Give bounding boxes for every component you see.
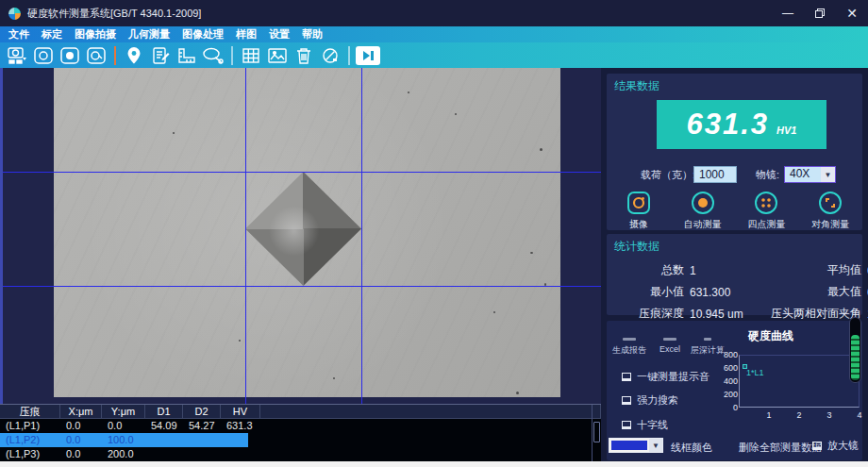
menu-bar: 文件 标定 图像拍摄 几何测量 图像处理 样图 设置 帮助	[0, 26, 868, 42]
application-window: 硬度软件测量系统[GB/T 4340.1-2009] — ✕ 文件 标定 图像拍…	[0, 0, 868, 467]
col-x: X:μm	[60, 405, 102, 418]
menu-calibration[interactable]: 标定	[42, 27, 62, 42]
objective-value: 40X	[785, 167, 821, 182]
menu-sample[interactable]: 样图	[236, 27, 257, 42]
menu-settings[interactable]: 设置	[269, 27, 290, 42]
result-header: 结果数据	[607, 74, 862, 94]
result-section: 结果数据 631.3 HV1 载荷（克）: 1000 物镜: 40X ▼	[607, 74, 862, 230]
crosshair-checkbox[interactable]: 十字线	[622, 418, 668, 432]
objective-label: 物镜:	[756, 168, 779, 182]
hardness-chart-plot: 1*L1	[739, 355, 860, 408]
y-tick: 400	[715, 376, 738, 386]
excel-icon	[663, 338, 676, 341]
table-row[interactable]: (L1,P1)0.00.0 54.0954.27631.3	[0, 419, 601, 433]
capture-icon[interactable]	[30, 44, 57, 67]
ruler-icon[interactable]	[174, 44, 200, 67]
micrograph-viewport[interactable]	[0, 68, 601, 404]
load-input[interactable]: 1000	[693, 166, 737, 183]
lasso-icon[interactable]	[200, 44, 226, 67]
edit-note-icon[interactable]	[147, 44, 174, 67]
data-point-label: 1*L1	[746, 368, 764, 377]
delete-all-button[interactable]: 删除全部测量数据	[739, 441, 822, 455]
auto-measure-button[interactable]: 自动测量	[674, 191, 732, 231]
menu-image-capture[interactable]: 图像拍摄	[75, 27, 116, 42]
hardness-value-display: 631.3 HV1	[657, 100, 826, 149]
layer-calc-icon	[704, 338, 711, 341]
excel-button[interactable]: Excel	[659, 338, 680, 354]
crosshair-right-line[interactable]	[361, 68, 362, 404]
checkbox-icon	[622, 421, 631, 429]
sound-checkbox[interactable]: 一键测量提示音	[622, 370, 709, 384]
table-row[interactable]: (L1,P3)0.0200.0	[0, 447, 601, 461]
rotate-capture-icon[interactable]	[83, 44, 109, 67]
trash-icon[interactable]	[291, 44, 317, 67]
stat-min-value: 631.300	[690, 286, 758, 299]
restore-icon[interactable]	[811, 5, 828, 22]
col-indent: 压痕	[0, 405, 60, 418]
record-icon[interactable]	[57, 44, 83, 67]
stat-total-value: 1	[690, 264, 758, 277]
auto-measure-icon	[691, 191, 715, 215]
four-point-measure-button[interactable]: 四点测量	[737, 191, 795, 231]
play-next-icon[interactable]	[355, 44, 381, 67]
stat-total-label: 总数	[607, 262, 690, 278]
table-icon[interactable]	[238, 44, 264, 67]
menu-file[interactable]: 文件	[8, 27, 29, 42]
hardness-value: 631.3	[687, 108, 770, 142]
close-icon[interactable]: ✕	[843, 5, 860, 22]
toolbar-separator	[231, 46, 233, 65]
load-label: 载荷（克）:	[641, 168, 695, 182]
stat-mean-label: 平均值	[758, 262, 867, 278]
x-tick: 3	[825, 410, 834, 420]
stat-depth-label: 压痕深度	[607, 306, 690, 322]
pin-icon[interactable]	[121, 44, 147, 67]
camera-button[interactable]: 摄像	[609, 191, 668, 231]
stat-depth-value: 10.945 um	[690, 308, 758, 321]
table-row-selected[interactable]: (L1,P2)0.0100.0	[0, 433, 601, 447]
diagonal-measure-icon	[818, 191, 843, 215]
menu-image-process[interactable]: 图像处理	[182, 27, 224, 42]
x-tick: 2	[794, 410, 804, 420]
no-capture-icon[interactable]	[317, 44, 343, 67]
search-checkbox[interactable]: 强力搜索	[622, 393, 678, 408]
generate-report-button[interactable]: 生成报告	[612, 338, 646, 357]
menu-help[interactable]: 帮助	[302, 27, 323, 42]
camera-preview-icon[interactable]	[4, 44, 30, 67]
stat-min-label: 最小值	[607, 284, 690, 300]
x-tick: 4	[855, 410, 864, 420]
y-tick: 600	[715, 363, 738, 373]
minimize-icon[interactable]: —	[779, 5, 796, 22]
menu-geometry-measure[interactable]: 几何测量	[128, 27, 170, 42]
micrograph-image	[54, 68, 560, 397]
col-d1: D1	[145, 405, 183, 418]
indentation-diamond	[245, 172, 361, 286]
stat-max-label: 最大值	[758, 284, 867, 300]
chevron-down-icon[interactable]: ▼	[649, 439, 662, 452]
chevron-down-icon[interactable]: ▼	[821, 167, 835, 182]
checkbox-icon	[622, 373, 631, 381]
diagonal-measure-button[interactable]: 对角测量	[801, 191, 860, 231]
measurement-table: 压痕 X:μm Y:μm D1 D2 HV (L1,P1)0.00.0 54.0…	[0, 404, 601, 461]
color-swatch	[609, 439, 649, 452]
col-y: Y:μm	[102, 405, 145, 418]
app-icon	[8, 8, 21, 20]
magnifier-checkbox[interactable]: 放大镜	[812, 439, 859, 453]
four-point-icon	[754, 191, 778, 215]
checkbox-icon	[812, 442, 822, 450]
toolbar-separator	[114, 46, 116, 65]
table-header-row: 压痕 X:μm Y:μm D1 D2 HV	[0, 405, 601, 419]
window-title: 硬度软件测量系统[GB/T 4340.1-2009]	[27, 7, 201, 21]
line-color-label: 线框颜色	[671, 441, 712, 455]
crosshair-top-line[interactable]	[3, 172, 604, 173]
hardness-unit: HV1	[776, 125, 796, 136]
y-tick: 0	[715, 403, 738, 412]
chart-title: 硬度曲线	[748, 328, 793, 344]
image-icon[interactable]	[264, 44, 291, 67]
report-icon	[623, 338, 636, 341]
crosshair-left-line[interactable]	[245, 68, 246, 404]
col-d2: D2	[183, 405, 221, 418]
line-color-select[interactable]: ▼	[609, 438, 663, 453]
crosshair-bottom-line[interactable]	[3, 286, 604, 287]
y-tick: 200	[715, 390, 738, 399]
objective-select[interactable]: 40X ▼	[784, 166, 836, 183]
